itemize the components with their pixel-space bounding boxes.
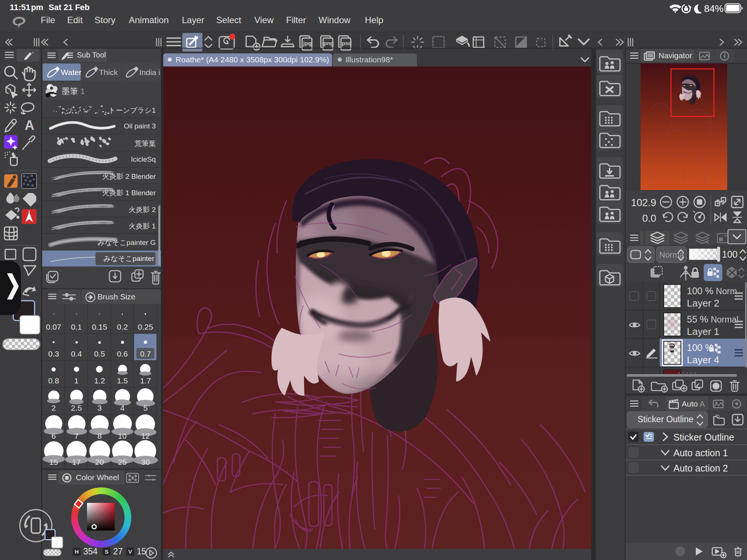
svg-text:A: A	[25, 118, 34, 133]
svg-text:84%: 84%	[704, 3, 723, 13]
svg-text:png: png	[323, 40, 334, 46]
svg-text:psd: psd	[342, 40, 352, 46]
svg-text:jpg: jpg	[303, 40, 312, 46]
